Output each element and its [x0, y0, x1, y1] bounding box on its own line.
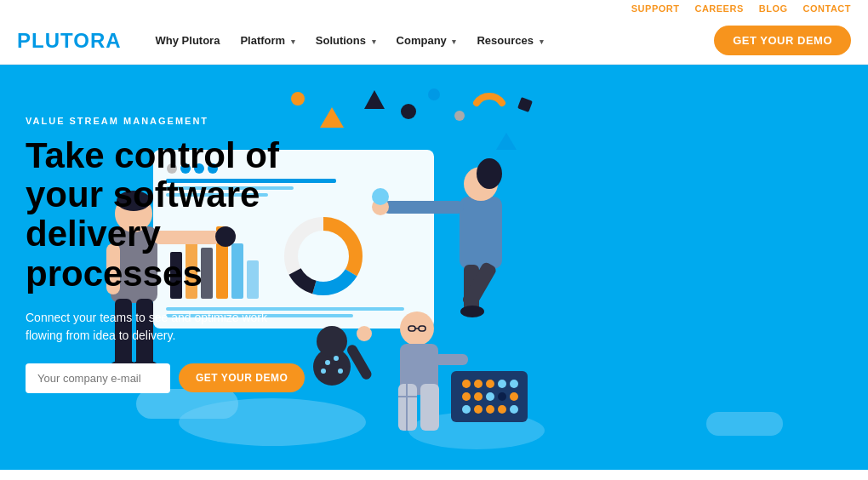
svg-rect-66 [434, 354, 468, 365]
svg-point-74 [474, 392, 483, 401]
company-chevron-icon: ▾ [452, 37, 456, 46]
hero-section: VALUE STREAM MANAGEMENT Take control of … [0, 65, 868, 470]
svg-point-48 [460, 306, 484, 317]
svg-point-75 [486, 392, 494, 401]
svg-marker-23 [364, 90, 385, 109]
support-link[interactable]: SUPPORT [631, 3, 680, 14]
svg-point-81 [498, 405, 506, 414]
svg-point-73 [462, 392, 471, 401]
resources-chevron-icon: ▾ [540, 37, 544, 46]
svg-point-72 [510, 380, 518, 388]
svg-point-69 [474, 380, 483, 388]
platform-chevron-icon: ▾ [291, 37, 295, 46]
contact-link[interactable]: CONTACT [803, 3, 851, 14]
nav-platform[interactable]: Platform ▾ [231, 29, 303, 52]
svg-rect-28 [517, 97, 533, 112]
nav-solutions[interactable]: Solutions ▾ [307, 29, 385, 52]
hero-subtext: Connect your teams to see and optimize w… [26, 309, 281, 345]
cloud-decoration-2 [706, 412, 783, 436]
svg-point-78 [462, 405, 471, 414]
svg-point-80 [486, 405, 494, 414]
svg-rect-63 [420, 384, 439, 431]
careers-link[interactable]: CAREERS [694, 3, 743, 14]
svg-point-68 [462, 380, 471, 388]
nav-demo-button[interactable]: GET YOUR DEMO [714, 26, 851, 55]
hero-eyebrow: VALUE STREAM MANAGEMENT [26, 116, 315, 126]
svg-point-51 [325, 360, 330, 365]
svg-rect-40 [460, 197, 502, 269]
svg-point-0 [179, 398, 366, 446]
svg-marker-29 [496, 133, 517, 150]
svg-point-79 [474, 405, 483, 414]
svg-rect-43 [383, 201, 464, 214]
hero-heading: Take control of your software delivery p… [26, 136, 315, 294]
svg-point-26 [428, 89, 440, 100]
svg-point-42 [477, 158, 502, 189]
logo[interactable]: PLUTORA [17, 29, 122, 53]
svg-point-27 [454, 111, 465, 121]
hero-form: GET YOUR DEMO [26, 363, 315, 393]
utility-nav: SUPPORT CAREERS BLOG CONTACT [0, 0, 868, 17]
svg-point-24 [291, 92, 305, 106]
svg-point-53 [321, 369, 326, 374]
nav-links: Why Plutora Platform ▾ Solutions ▾ Compa… [147, 29, 715, 52]
svg-marker-22 [320, 107, 344, 128]
svg-point-76 [498, 392, 506, 401]
blog-link[interactable]: BLOG [759, 3, 788, 14]
nav-company[interactable]: Company ▾ [388, 29, 465, 52]
svg-point-71 [498, 380, 506, 388]
solutions-chevron-icon: ▾ [372, 37, 376, 46]
svg-point-54 [338, 369, 343, 374]
nav-why-plutora[interactable]: Why Plutora [147, 29, 229, 52]
email-input[interactable] [26, 363, 170, 393]
hero-text-block: VALUE STREAM MANAGEMENT Take control of … [26, 116, 315, 393]
svg-point-70 [486, 380, 494, 388]
main-nav: PLUTORA Why Plutora Platform ▾ Solutions… [0, 17, 868, 65]
svg-point-25 [401, 104, 416, 119]
svg-point-82 [510, 405, 518, 414]
svg-point-45 [372, 188, 389, 205]
svg-point-77 [510, 392, 518, 401]
hero-cta-button[interactable]: GET YOUR DEMO [179, 363, 305, 392]
svg-point-52 [334, 356, 339, 361]
nav-resources[interactable]: Resources ▾ [468, 29, 551, 52]
svg-point-56 [357, 326, 372, 341]
svg-point-50 [317, 326, 347, 357]
